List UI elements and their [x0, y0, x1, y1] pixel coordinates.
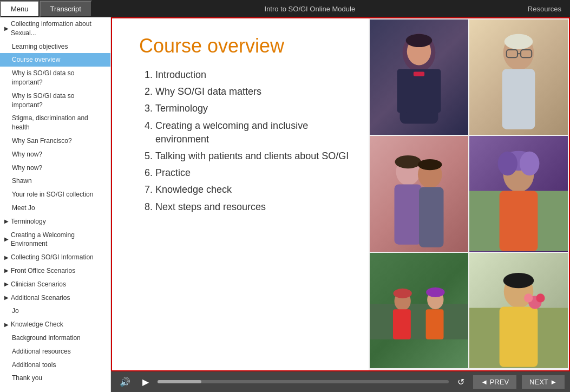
header-row: Menu Transcript Intro to SO/GI Online Mo…: [0, 0, 570, 17]
photo-2: [469, 19, 568, 135]
svg-rect-28: [393, 309, 411, 339]
volume-button[interactable]: 🔊: [116, 375, 134, 389]
svg-point-12: [505, 34, 533, 49]
svg-point-24: [520, 152, 539, 175]
header-tabs: Menu Transcript: [0, 1, 92, 17]
slide-list-item-1: Introduction: [155, 68, 352, 82]
arrow-icon-collecting-sogi: ▶: [4, 254, 9, 262]
svg-rect-16: [419, 187, 444, 247]
sidebar-item-jo[interactable]: Jo: [0, 304, 110, 318]
sidebar-item-terminology[interactable]: ▶ Terminology: [0, 215, 110, 228]
photo-5: [370, 253, 468, 368]
sidebar-item-clinician[interactable]: ▶ Clinician Scenarios: [0, 278, 110, 291]
progress-bar[interactable]: [158, 380, 449, 383]
sidebar-item-meet-jo[interactable]: Meet Jo: [0, 201, 110, 215]
svg-point-5: [406, 34, 433, 47]
slide-area: Course overview IntroductionWhy SO/GI da…: [111, 17, 570, 371]
svg-point-17: [395, 155, 422, 168]
slide-list: IntroductionWhy SO/GI data mattersTermin…: [139, 68, 352, 217]
sidebar-item-shawn[interactable]: Shawn: [0, 174, 110, 188]
bottom-bar: 🔊 ▶ ↺ ◄ PREV NEXT ►: [111, 371, 570, 392]
svg-point-23: [498, 152, 517, 175]
sidebar-item-stigma[interactable]: Stigma, discrimination and health: [0, 112, 110, 134]
app-container: Menu Transcript Intro to SO/GI Online Mo…: [0, 0, 570, 392]
sidebar-item-collecting-header[interactable]: ▶ Collecting information about Sexual...: [0, 17, 110, 40]
arrow-icon-terminology: ▶: [4, 218, 9, 225]
sidebar-item-why-sogi-2[interactable]: Why is SO/GI data so important?: [0, 89, 110, 112]
svg-rect-21: [500, 191, 538, 251]
slide-list-item-5: Talking with patients and clients about …: [155, 149, 352, 163]
arrow-icon-additional: ▶: [4, 294, 9, 302]
prev-button[interactable]: ◄ PREV: [473, 375, 516, 389]
svg-rect-15: [395, 185, 422, 245]
sidebar-item-your-role[interactable]: Your role in SO/GI collection: [0, 188, 110, 201]
sidebar-item-front-office[interactable]: ▶ Front Office Scenarios: [0, 264, 110, 278]
photo-3: [370, 136, 468, 251]
progress-fill: [158, 380, 201, 383]
content-area: Course overview IntroductionWhy SO/GI da…: [111, 17, 570, 392]
photo-grid: [369, 18, 569, 370]
svg-rect-6: [414, 72, 424, 76]
svg-point-38: [536, 293, 545, 302]
arrow-icon-knowledge-check: ▶: [4, 321, 9, 329]
photo-4: [469, 136, 568, 251]
main-layout: ▶ Collecting information about Sexual...…: [0, 17, 570, 392]
sidebar-item-background[interactable]: Background information: [0, 331, 110, 345]
sidebar-item-collecting-sogi[interactable]: ▶ Collecting SO/GI Information: [0, 251, 110, 264]
play-button[interactable]: ▶: [139, 375, 152, 389]
tab-menu[interactable]: Menu: [0, 1, 40, 17]
sidebar-item-welcoming[interactable]: ▶ Creating a Welcoming Environment: [0, 228, 110, 251]
arrow-icon-welcoming: ▶: [4, 236, 9, 243]
svg-point-30: [393, 288, 411, 298]
slide-list-item-2: Why SO/GI data matters: [155, 85, 352, 99]
photo-6: [469, 253, 568, 368]
next-button[interactable]: NEXT ►: [522, 375, 565, 389]
tab-transcript[interactable]: Transcript: [40, 1, 92, 17]
svg-rect-3: [430, 69, 441, 113]
slide-title: Course overview: [139, 35, 352, 57]
arrow-icon-collecting-header: ▶: [4, 25, 9, 32]
sidebar-item-additional[interactable]: ▶ Additional Scenarios: [0, 291, 110, 305]
svg-point-18: [418, 159, 442, 170]
svg-point-37: [524, 293, 533, 302]
sidebar-item-why-sf[interactable]: Why San Francisco?: [0, 134, 110, 148]
slide-list-item-4: Creating a welcoming and inclusive envir…: [155, 119, 352, 146]
sidebar: ▶ Collecting information about Sexual...…: [0, 17, 111, 392]
svg-point-35: [503, 273, 534, 288]
sidebar-item-additional-tools[interactable]: Additional tools: [0, 358, 110, 372]
arrow-icon-front-office: ▶: [4, 267, 9, 275]
slide-list-item-6: Practice: [155, 166, 352, 180]
slide-content: Course overview IntroductionWhy SO/GI da…: [112, 18, 369, 370]
svg-rect-34: [500, 306, 538, 367]
photo-1: [370, 19, 468, 135]
sidebar-item-why-now-2[interactable]: Why now?: [0, 161, 110, 175]
sidebar-item-thank-you[interactable]: Thank you: [0, 371, 110, 385]
sidebar-item-knowledge-check[interactable]: ▶ Knowledge Check: [0, 318, 110, 331]
svg-rect-25: [370, 304, 468, 339]
sidebar-item-why-sogi-1[interactable]: Why is SO/GI data so important?: [0, 67, 110, 89]
sidebar-item-why-now-1[interactable]: Why now?: [0, 148, 110, 161]
sidebar-item-additional-resources[interactable]: Additional resources: [0, 345, 110, 358]
slide-list-item-7: Knowledge check: [155, 183, 352, 197]
header-title: Intro to SO/GI Online Module: [92, 5, 528, 13]
svg-point-31: [426, 287, 444, 297]
slide-list-item-3: Terminology: [155, 102, 352, 115]
sidebar-item-learning-objectives[interactable]: Learning objectives: [0, 40, 110, 54]
resources-link[interactable]: Resources: [528, 5, 570, 13]
slide-list-item-8: Next steps and resources: [155, 200, 352, 214]
svg-rect-8: [502, 69, 535, 129]
svg-rect-2: [397, 69, 408, 113]
replay-button[interactable]: ↺: [454, 375, 468, 389]
svg-rect-29: [426, 309, 444, 339]
sidebar-item-course-overview[interactable]: Course overview: [0, 53, 110, 67]
arrow-icon-clinician: ▶: [4, 280, 9, 288]
